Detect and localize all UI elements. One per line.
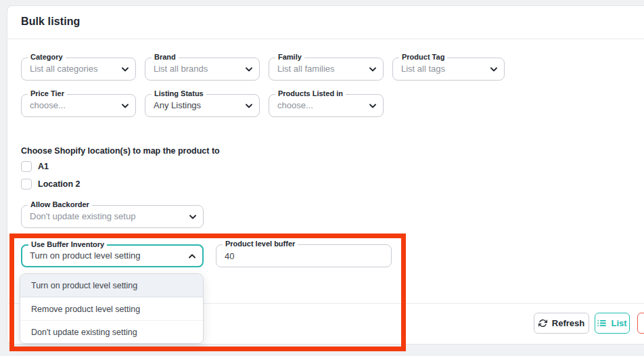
refresh-button[interactable]: Refresh xyxy=(534,313,589,334)
header-divider xyxy=(7,39,644,39)
locations-heading: Choose Shopify location(s) to map the pr… xyxy=(21,146,220,156)
location-option-location-2[interactable]: Location 2 xyxy=(21,178,80,190)
listing-status-select[interactable]: Listing Status Any Listings xyxy=(145,94,260,117)
product-tag-value: List all tags xyxy=(401,58,485,80)
chevron-down-icon xyxy=(246,103,252,108)
bulk-listing-page: Bulk listing Category List all categorie… xyxy=(0,0,644,356)
checkbox-icon[interactable] xyxy=(21,179,32,190)
chevron-up-icon xyxy=(189,253,196,259)
use-buffer-inventory-value: Turn on product level setting xyxy=(30,246,183,266)
products-listed-in-select[interactable]: Products Listed in choose... xyxy=(269,94,384,117)
list-button[interactable]: List xyxy=(595,313,630,334)
product-tag-select[interactable]: Product Tag List all tags xyxy=(392,58,505,81)
checkbox-icon[interactable] xyxy=(21,161,32,172)
price-tier-select[interactable]: Price Tier choose... xyxy=(21,94,136,117)
dropdown-option-remove[interactable]: Remove product level setting xyxy=(20,297,203,320)
partial-clipped-button[interactable]: C xyxy=(637,313,644,334)
refresh-button-label: Refresh xyxy=(552,318,584,328)
brand-select[interactable]: Brand List all brands xyxy=(145,58,260,81)
buffer-dropdown-menu: Turn on product level setting Remove pro… xyxy=(20,273,204,344)
family-value: List all families xyxy=(277,58,364,80)
products-listed-in-value: choose... xyxy=(277,95,364,116)
price-tier-value: choose... xyxy=(30,95,116,116)
chevron-down-icon xyxy=(122,66,129,72)
chevron-down-icon xyxy=(490,66,497,72)
category-value: List all categories xyxy=(30,58,116,80)
list-button-label: List xyxy=(611,318,626,328)
dropdown-option-dont-update[interactable]: Don't update existing setting xyxy=(20,320,203,343)
chevron-down-icon xyxy=(369,66,376,72)
listing-status-value: Any Listings xyxy=(154,95,240,116)
family-select[interactable]: Family List all families xyxy=(269,58,384,81)
product-level-buffer-input[interactable] xyxy=(218,246,390,265)
category-select[interactable]: Category List all categories xyxy=(21,58,136,81)
allow-backorder-value: Don't update existing setup xyxy=(30,206,184,227)
location-option-label: A1 xyxy=(38,162,49,171)
chevron-down-icon xyxy=(122,103,129,108)
brand-value: List all brands xyxy=(154,58,240,80)
chevron-down-icon xyxy=(246,66,252,72)
chevron-down-icon xyxy=(189,214,196,219)
dropdown-option-turn-on[interactable]: Turn on product level setting xyxy=(20,274,203,297)
chevron-down-icon xyxy=(369,103,376,108)
use-buffer-inventory-select[interactable]: Use Buffer Inventory Turn on product lev… xyxy=(21,244,204,267)
bulk-listing-card: Bulk listing Category List all categorie… xyxy=(7,5,644,344)
list-icon xyxy=(597,319,606,327)
allow-backorder-select[interactable]: Allow Backorder Don't update existing se… xyxy=(21,205,204,228)
product-level-buffer-field[interactable]: Product level buffer xyxy=(216,244,392,267)
location-option-a1[interactable]: A1 xyxy=(21,160,49,173)
location-option-label: Location 2 xyxy=(38,179,80,189)
page-title: Bulk listing xyxy=(21,16,80,28)
refresh-icon xyxy=(538,319,547,328)
